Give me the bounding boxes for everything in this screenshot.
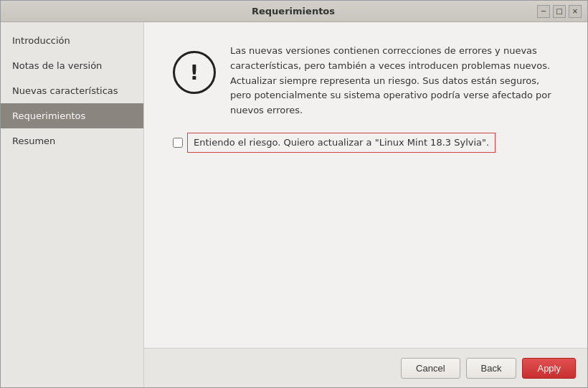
back-button[interactable]: Back (466, 358, 517, 379)
warning-text: Las nuevas versiones contienen correccio… (230, 44, 559, 118)
apply-button[interactable]: Apply (522, 358, 576, 379)
risk-checkbox[interactable] (173, 138, 183, 148)
main-window: Requerimientos − □ × Introducción Notas … (0, 0, 588, 388)
main-panel: ! Las nuevas versiones contienen correcc… (144, 22, 587, 387)
checkbox-label[interactable]: Entiendo el riesgo. Quiero actualizar a … (187, 133, 495, 153)
sidebar-item-nuevas[interactable]: Nuevas características (1, 78, 143, 103)
warning-section: ! Las nuevas versiones contienen correcc… (173, 44, 559, 118)
button-bar: Cancel Back Apply (144, 348, 587, 387)
sidebar-item-requerimientos[interactable]: Requerimientos (1, 103, 143, 128)
sidebar-item-resumen[interactable]: Resumen (1, 128, 143, 153)
sidebar-item-notas[interactable]: Notas de la versión (1, 53, 143, 78)
content-area: Introducción Notas de la versión Nuevas … (1, 22, 587, 387)
maximize-button[interactable]: □ (553, 5, 566, 18)
minimize-button[interactable]: − (537, 5, 550, 18)
titlebar: Requerimientos − □ × (1, 1, 587, 22)
checkbox-section: Entiendo el riesgo. Quiero actualizar a … (173, 133, 559, 153)
close-button[interactable]: × (569, 5, 582, 18)
page-body: ! Las nuevas versiones contienen correcc… (144, 22, 587, 348)
window-controls: − □ × (537, 5, 582, 18)
warning-icon: ! (173, 51, 216, 94)
window-title: Requerimientos (49, 6, 537, 16)
sidebar: Introducción Notas de la versión Nuevas … (1, 22, 144, 387)
cancel-button[interactable]: Cancel (401, 358, 460, 379)
sidebar-item-introduccion[interactable]: Introducción (1, 28, 143, 53)
